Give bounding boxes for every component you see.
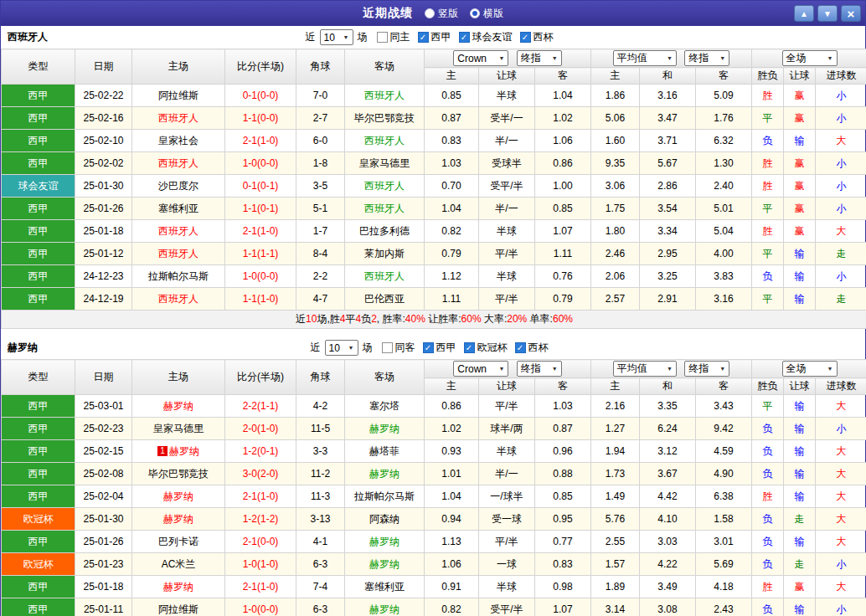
asian-away-odds-cell: 1.00	[535, 175, 591, 198]
scope-select[interactable]: 全场▼	[782, 50, 838, 66]
team-name-text: 巴拉多利德	[359, 225, 410, 237]
euro-avg-select[interactable]: 平均值▼	[613, 361, 677, 377]
summary-part: 40%	[405, 313, 425, 325]
filter-checkbox[interactable]: 同主	[377, 30, 410, 44]
window-buttons: ▲ ▼ ×	[794, 1, 861, 26]
score-cell: 0-1(0-0)	[225, 85, 296, 107]
handicap-result-cell: 赢	[784, 107, 816, 130]
euro-away-odds-cell: 1.30	[696, 152, 752, 175]
euro-home-odds-cell: 2.06	[591, 265, 640, 288]
checked-checkbox-icon: ✓	[520, 32, 531, 43]
match-type-cell: 西甲	[2, 463, 75, 485]
filter-checkbox[interactable]: ✓球会友谊	[459, 30, 513, 44]
match-row: 西甲24-12-23拉斯帕尔马斯1-0(0-0)2-2西班牙人1.12半球0.7…	[2, 265, 866, 288]
near-label: 近	[311, 341, 321, 355]
filter-checkbox[interactable]: 同客	[382, 341, 415, 355]
col-header-result: 胜负	[752, 68, 784, 85]
result-cell: 胜	[752, 175, 784, 198]
euro-away-odds-cell: 5.09	[696, 85, 752, 107]
euro-away-odds-cell: 4.90	[696, 463, 752, 485]
move-down-button[interactable]: ▼	[817, 5, 838, 22]
filter-checkbox[interactable]: ✓西甲	[418, 30, 451, 44]
chevron-down-icon: ▼	[719, 55, 725, 61]
bookmaker-select[interactable]: Crown▼	[453, 50, 508, 66]
col-header-date: 日期	[75, 49, 132, 85]
euro-away-odds-cell: 3.83	[696, 265, 752, 288]
goals-result-cell: 大	[816, 220, 866, 243]
euro-final-select[interactable]: 终指▼	[684, 50, 729, 66]
summary-part: 场,胜	[317, 313, 339, 325]
match-row: 西甲25-02-16西班牙人1-1(0-0)2-7毕尔巴鄂竞技0.87受半/一1…	[2, 107, 866, 130]
scope-select[interactable]: 全场▼	[782, 361, 838, 377]
home-team-cell: 塞维利亚	[132, 198, 225, 220]
bookmaker-select[interactable]: Crown▼	[453, 361, 508, 377]
team-name-text: 拉斯帕尔马斯	[148, 270, 209, 282]
handicap-cell: 平/半	[479, 395, 535, 418]
recent-count-value: 10	[324, 32, 335, 44]
asian-away-odds-cell: 0.79	[535, 288, 591, 311]
handicap-cell: 一/球半	[479, 485, 535, 508]
euro-draw-odds-cell: 3.35	[640, 395, 696, 418]
recent-count-select[interactable]: 10 ▼	[325, 340, 358, 356]
home-team-cell: AC米兰	[132, 553, 225, 576]
move-up-button[interactable]: ▲	[794, 5, 814, 22]
team-name-text: 赫罗纳	[369, 468, 399, 480]
recent-count-select[interactable]: 10 ▼	[320, 29, 353, 45]
summary-part: 负	[361, 313, 371, 325]
team-name-text: 西班牙人	[364, 90, 405, 101]
away-team-cell: 赫塔菲	[345, 440, 425, 463]
layout-radio-vertical[interactable]: 竖版	[425, 7, 458, 21]
euro-avg-select[interactable]: 平均值▼	[613, 50, 677, 66]
match-type-cell: 西甲	[2, 440, 75, 463]
result-cell: 胜	[752, 152, 784, 175]
goals-result-cell: 小	[816, 598, 866, 616]
corners-cell: 3-5	[296, 175, 345, 198]
euro-final-select[interactable]: 终指▼	[684, 361, 729, 377]
goals-result-cell: 大	[816, 130, 866, 152]
euro-away-odds-cell: 1.58	[696, 508, 752, 531]
filter-checkbox[interactable]: ✓西杯	[520, 30, 554, 44]
section-filterbar: 赫罗纳 近 10 ▼ 场 同客✓西甲✓欧冠杯✓西杯	[1, 336, 865, 359]
euro-home-odds-cell: 5.76	[591, 508, 640, 531]
result-cell: 胜	[752, 220, 784, 243]
score-cell: 2-1(1-0)	[225, 220, 296, 243]
euro-away-odds-cell: 1.76	[696, 107, 752, 130]
close-button[interactable]: ×	[841, 5, 861, 22]
summary-part: 平	[345, 313, 355, 325]
unchecked-checkbox-icon	[377, 32, 388, 43]
result-cell: 负	[752, 440, 784, 463]
home-team-cell: 皇家马德里	[132, 418, 225, 440]
home-team-cell: 赫罗纳	[132, 576, 225, 598]
asian-home-odds-cell: 1.03	[425, 152, 479, 175]
summary-part: 60%	[553, 313, 573, 325]
checked-checkbox-icon: ✓	[418, 32, 429, 43]
match-date-cell: 25-01-30	[75, 508, 132, 531]
euro-home-odds-cell: 1.80	[591, 220, 640, 243]
filter-checkbox[interactable]: ✓西甲	[423, 341, 456, 355]
sections-container: 西班牙人 近 10 ▼ 场 同主✓西甲✓球会友谊✓西杯 类型 日期 主场	[1, 26, 865, 616]
filter-checkbox[interactable]: ✓欧冠杯	[464, 341, 508, 355]
team-name-text: 阿拉维斯	[158, 90, 198, 101]
asian-final-select[interactable]: 终指▼	[517, 50, 562, 66]
filter-checkbox[interactable]: ✓西杯	[515, 341, 549, 355]
handicap-cell: 受半/一	[479, 107, 535, 130]
team-section: 西班牙人 近 10 ▼ 场 同主✓西甲✓球会友谊✓西杯 类型 日期 主场	[1, 26, 865, 329]
filter-controls: 近 10 ▼ 场 同客✓西甲✓欧冠杯✓西杯	[311, 340, 556, 356]
bookmaker-select-value: Crown	[457, 363, 487, 375]
away-team-cell: 莱加内斯	[345, 243, 425, 265]
results-tbody: 西甲25-03-01赫罗纳2-2(1-1)4-2塞尔塔0.86平/半1.032.…	[2, 395, 866, 616]
match-type-cell: 西甲	[2, 598, 75, 616]
summary-part: 60%	[461, 313, 482, 325]
asian-final-select[interactable]: 终指▼	[517, 361, 562, 377]
radio-label-vertical: 竖版	[438, 7, 458, 21]
euro-draw-odds-cell: 3.47	[640, 107, 696, 130]
home-team-cell: 赫罗纳	[132, 508, 225, 531]
col-header-corners: 角球	[296, 49, 345, 85]
col-header-goals-result: 进球数	[816, 68, 866, 85]
handicap-result-cell: 赢	[784, 175, 816, 198]
euro-home-odds-cell: 1.60	[591, 130, 640, 152]
euro-home-odds-cell: 1.89	[591, 576, 640, 598]
layout-radio-horizontal[interactable]: 横版	[470, 7, 503, 21]
home-team-cell: 西班牙人	[132, 220, 225, 243]
team-name-text: 赫罗纳	[369, 536, 399, 547]
